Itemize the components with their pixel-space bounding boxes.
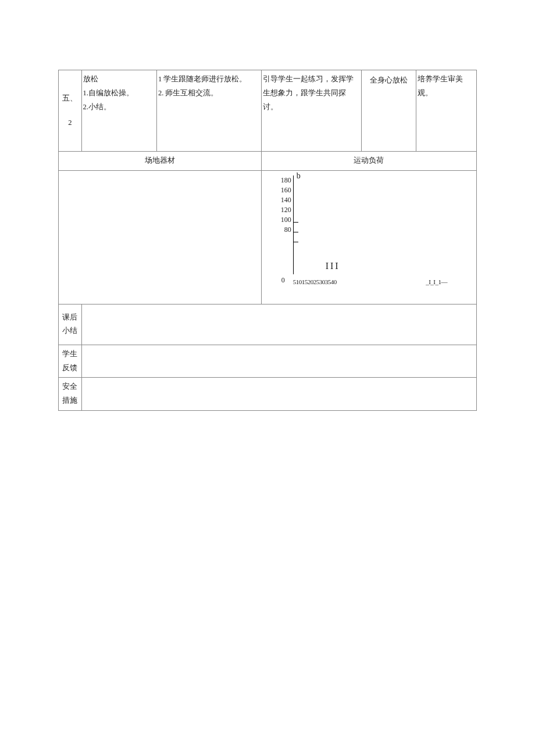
y-tick-label: 80 — [268, 223, 291, 236]
tick-mark-icon — [294, 232, 298, 232]
teacher-activity-cell: 引导学生一起练习，发挥学生想象力，跟学生共同探讨。 — [261, 70, 362, 152]
table-row: 学生 反馈 — [59, 345, 477, 378]
summary-label: 课后 小结 — [59, 304, 82, 345]
x-tick-label: 510152025303540 — [293, 276, 337, 288]
table-row: 安全 措施 — [59, 378, 477, 411]
student-activity-cell: 1 学生跟随老师进行放松。 2. 师生互相交流。 — [156, 70, 261, 152]
load-header: 运动负荷 — [261, 152, 476, 171]
y-axis-ticks: 180 160 140 120 100 80 — [268, 175, 291, 274]
safety-content-cell — [81, 378, 476, 411]
safety-label: 安全 措施 — [59, 378, 82, 411]
feedback-content-cell — [81, 345, 476, 378]
table-row: b 180 160 140 120 100 80 — [59, 170, 477, 304]
load-chart-cell: b 180 160 140 120 100 80 — [261, 170, 476, 304]
table-row: 场地器材 运动负荷 — [59, 152, 477, 171]
summary-content-cell — [81, 304, 476, 345]
y-tick-label: 0 — [281, 274, 285, 287]
chart-annotation-right: _I_I_1— — [426, 276, 447, 288]
x-axis-ticks: 510152025303540 _I_I_1— — [293, 276, 470, 288]
load-chart: b 180 160 140 120 100 80 — [262, 171, 476, 287]
stage-number-cell: 五、 2 — [59, 70, 82, 152]
tick-mark-icon — [294, 222, 298, 223]
table-row: 课后 小结 — [59, 304, 477, 345]
table-row: 五、 2 放松 1.自编放松操。 2.小结。 1 学生跟随老师进行放松。 2. … — [59, 70, 477, 152]
chart-axes: 180 160 140 120 100 80 — [293, 175, 470, 274]
stage-count: 2 — [60, 116, 80, 130]
lesson-plan-page: 五、 2 放松 1.自编放松操。 2.小结。 1 学生跟随老师进行放松。 2. … — [0, 0, 535, 756]
tick-mark-icon — [294, 242, 298, 242]
chart-annotation-roman: III — [326, 257, 340, 275]
feedback-label: 学生 反馈 — [59, 345, 82, 378]
lesson-plan-table: 五、 2 放松 1.自编放松操。 2.小结。 1 学生跟随老师进行放松。 2. … — [58, 70, 477, 411]
stage-index: 五、 — [60, 92, 80, 106]
goal-cell: 培养学生审美观。 — [416, 70, 476, 152]
equipment-content-cell — [59, 170, 262, 304]
content-cell: 放松 1.自编放松操。 2.小结。 — [81, 70, 156, 152]
equipment-header: 场地器材 — [59, 152, 262, 171]
intensity-cell: 全身心放松 — [362, 70, 416, 152]
